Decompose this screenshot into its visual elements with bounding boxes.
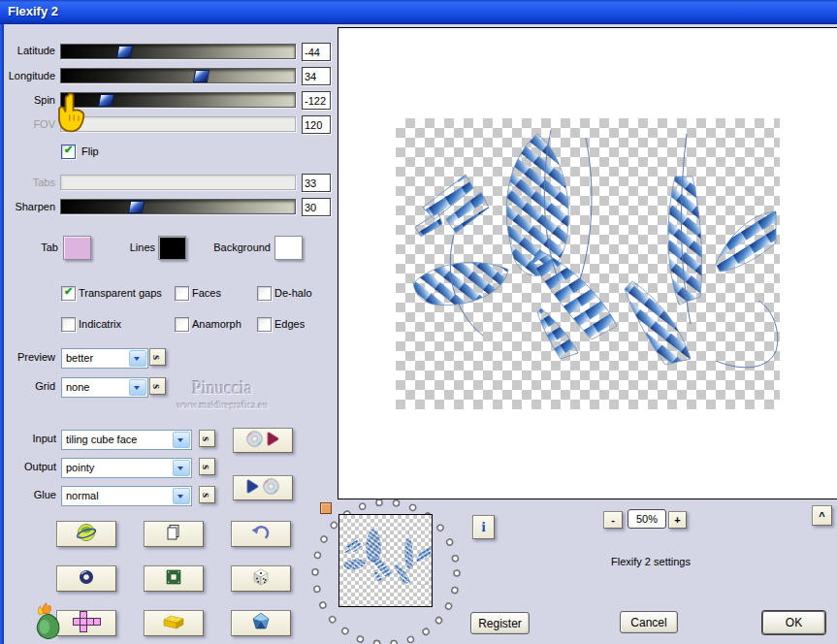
longitude-slider-handle[interactable] — [193, 70, 209, 82]
zoom-out-button[interactable]: - — [603, 511, 623, 529]
frame-button[interactable] — [144, 565, 204, 592]
dice-button[interactable] — [231, 565, 291, 592]
register-button-label: Register — [478, 617, 522, 630]
titlebar[interactable]: Flexify 2 — [0, 0, 837, 24]
grid-combo-value: none — [66, 381, 89, 393]
preview-image-transparent-region — [396, 118, 780, 409]
flexify-dialog: Flexify 2 Latitude Longitude Spin FOV ✔ … — [0, 0, 837, 644]
output-random-button[interactable]: s — [199, 458, 215, 475]
grid-combo[interactable]: none — [61, 377, 148, 398]
register-button[interactable]: Register — [470, 612, 530, 634]
tabs-value-input[interactable] — [302, 174, 331, 192]
spin-label: Spin — [0, 94, 55, 107]
input-combo[interactable]: tiling cube face — [61, 430, 192, 450]
glue-combo[interactable]: normal — [61, 486, 192, 506]
tabs-label: Tabs — [0, 177, 55, 189]
cd-play-button[interactable] — [233, 428, 293, 453]
longitude-slider[interactable] — [60, 68, 296, 83]
input-random-button[interactable]: s — [199, 430, 215, 447]
input-combo-label: Input — [0, 433, 56, 445]
fov-label: FOV — [0, 118, 55, 131]
faces-label: Faces — [192, 287, 221, 300]
output-combo[interactable]: pointy — [61, 458, 192, 478]
transparent-gaps-checkbox[interactable]: ✔ — [61, 286, 76, 301]
glue-combo-dropdown-button[interactable] — [173, 488, 190, 504]
longitude-value-input[interactable] — [302, 67, 331, 85]
grid-combo-label: Grid — [0, 380, 55, 393]
chevron-down-icon — [134, 386, 140, 393]
glue-combo-label: Glue — [0, 489, 56, 501]
tab-color-swatch[interactable] — [63, 236, 91, 260]
earth-button[interactable] — [56, 521, 116, 547]
leaf-artwork-mini — [339, 525, 432, 595]
seed-thumbnail[interactable] — [338, 514, 433, 607]
output-combo-label: Output — [0, 461, 56, 473]
spin-value-input[interactable] — [302, 91, 331, 110]
faces-checkbox[interactable] — [175, 286, 189, 301]
transparent-gaps-label: Transparent gaps — [79, 287, 162, 300]
preview-combo[interactable]: better — [61, 348, 148, 369]
input-combo-dropdown-button[interactable] — [173, 432, 190, 448]
fov-slider — [60, 116, 296, 132]
latitude-label: Latitude — [0, 45, 55, 57]
ring-icon — [77, 567, 96, 590]
zoom-in-button[interactable]: + — [668, 511, 687, 529]
dehalo-checkbox[interactable] — [257, 286, 272, 301]
spin-slider-handle[interactable] — [97, 94, 113, 107]
gem-button[interactable] — [231, 610, 291, 636]
blue-play-icon — [245, 478, 260, 498]
undo-arrow-icon — [250, 523, 272, 545]
anamorph-checkbox[interactable] — [175, 317, 189, 332]
leaf-artwork — [396, 118, 780, 409]
output-combo-dropdown-button[interactable] — [173, 460, 190, 476]
spin-slider[interactable] — [60, 92, 296, 108]
chevron-down-icon — [177, 438, 183, 445]
info-button[interactable]: i — [472, 515, 495, 539]
edges-label: Edges — [274, 318, 305, 331]
preview-combo-dropdown-button[interactable] — [129, 350, 146, 367]
sharpen-value-input[interactable] — [302, 198, 331, 216]
flip-checkbox[interactable]: ✔ — [61, 145, 76, 159]
minus-icon: - — [611, 514, 615, 526]
flip-label: Flip — [81, 145, 99, 158]
brick-button[interactable] — [144, 610, 204, 636]
flaming-pear-logo — [29, 601, 64, 642]
anamorph-label: Anamorph — [192, 318, 241, 331]
background-color-swatch[interactable] — [274, 236, 303, 260]
latitude-slider-handle[interactable] — [116, 46, 133, 58]
unfolded-cube-button[interactable] — [56, 610, 116, 636]
chevron-down-icon — [177, 467, 183, 473]
collapse-button[interactable]: ^ — [812, 505, 832, 526]
s-glyph-icon: s — [201, 464, 213, 468]
ok-button-label: OK — [786, 616, 802, 629]
window-title: Flexify 2 — [8, 4, 58, 18]
indicatrix-checkbox[interactable] — [61, 317, 76, 332]
plus-icon: + — [674, 514, 680, 526]
fov-value-input[interactable] — [302, 115, 331, 134]
sharpen-slider[interactable] — [60, 199, 296, 214]
ring-button[interactable] — [56, 565, 116, 592]
grid-combo-dropdown-button[interactable] — [129, 379, 146, 396]
sharpen-slider-handle[interactable] — [128, 201, 145, 213]
glue-random-button[interactable]: s — [199, 486, 215, 503]
s-glyph-icon: s — [151, 354, 164, 359]
dehalo-label: De-halo — [274, 287, 312, 300]
undo-button[interactable] — [231, 521, 291, 547]
red-play-icon — [266, 431, 280, 450]
latitude-value-input[interactable] — [302, 43, 331, 61]
cd-icon — [262, 477, 280, 499]
edges-checkbox[interactable] — [257, 317, 272, 332]
ok-button[interactable]: OK — [762, 611, 825, 634]
green-frame-icon — [164, 567, 183, 590]
cancel-button[interactable]: Cancel — [620, 611, 678, 633]
seed-handle-square[interactable] — [320, 502, 332, 514]
flip-checkmark: ✔ — [64, 144, 73, 155]
play-cd-button[interactable] — [233, 475, 293, 500]
latitude-slider[interactable] — [60, 44, 296, 59]
background-color-label: Background — [206, 242, 271, 254]
preview-random-button[interactable]: s — [149, 348, 166, 366]
lines-color-swatch[interactable] — [158, 236, 186, 260]
watermark-site: www.maidiregrafica.eu — [153, 400, 291, 410]
caret-up-icon: ^ — [819, 510, 824, 522]
copy-button[interactable] — [144, 521, 204, 547]
